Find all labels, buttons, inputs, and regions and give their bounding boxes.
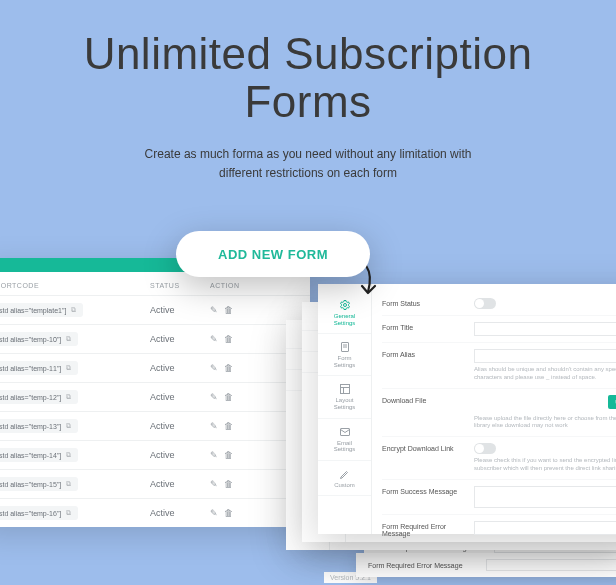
- edit-icon[interactable]: ✎: [210, 305, 218, 315]
- status-cell: Active: [150, 305, 210, 315]
- status-cell: Active: [150, 450, 210, 460]
- delete-icon[interactable]: 🗑: [224, 334, 233, 344]
- stacked-required-row-2: Form Required Error Message: [356, 553, 616, 577]
- table-row: [std alias="temp-14"]⧉Active✎🗑: [0, 440, 310, 469]
- encrypt-toggle[interactable]: [474, 443, 496, 454]
- copy-icon[interactable]: ⧉: [66, 335, 71, 343]
- sidebar-item-form[interactable]: Form Settings: [318, 334, 371, 376]
- copy-icon[interactable]: ⧉: [66, 364, 71, 372]
- table-row: [std alias="temp-13"]⧉Active✎🗑: [0, 411, 310, 440]
- sidebar-item-email[interactable]: Email Settings: [318, 419, 371, 461]
- edit-icon[interactable]: ✎: [210, 363, 218, 373]
- email-icon: [339, 426, 351, 438]
- success-msg-input[interactable]: [474, 486, 616, 508]
- form-alias-label: Form Alias: [382, 349, 464, 358]
- shortcode-pill[interactable]: [std alias="temp-13"]⧉: [0, 419, 78, 433]
- shortcode-pill[interactable]: [std alias="temp-16"]⧉: [0, 506, 78, 520]
- delete-icon[interactable]: 🗑: [224, 363, 233, 373]
- copy-icon[interactable]: ⧉: [66, 480, 71, 488]
- copy-icon[interactable]: ⧉: [66, 451, 71, 459]
- form-status-toggle[interactable]: [474, 298, 496, 309]
- form-status-label: Form Status: [382, 298, 464, 307]
- copy-icon[interactable]: ⧉: [66, 422, 71, 430]
- delete-icon[interactable]: 🗑: [224, 392, 233, 402]
- delete-icon[interactable]: 🗑: [224, 421, 233, 431]
- status-cell: Active: [150, 508, 210, 518]
- page-title: Unlimited SubscriptionForms: [0, 30, 616, 127]
- sidebar-item-general[interactable]: General Settings: [318, 292, 371, 334]
- delete-icon[interactable]: 🗑: [224, 479, 233, 489]
- shortcode-pill[interactable]: [std alias="temp-10"]⧉: [0, 332, 78, 346]
- edit-icon[interactable]: ✎: [210, 334, 218, 344]
- copy-icon[interactable]: ⧉: [66, 393, 71, 401]
- svg-point-0: [343, 304, 346, 307]
- table-row: [std alias="temp-16"]⧉Active✎🗑: [0, 498, 310, 527]
- edit-icon[interactable]: ✎: [210, 479, 218, 489]
- col-action: ACTION: [210, 282, 270, 289]
- required-msg-input[interactable]: [474, 521, 616, 535]
- status-cell: Active: [150, 334, 210, 344]
- shortcode-pill[interactable]: [std alias="temp-15"]⧉: [0, 477, 78, 491]
- forms-list-card: SHORTCODE STATUS ACTION [std alias="temp…: [0, 258, 310, 527]
- shortcode-pill[interactable]: [std alias="temp-12"]⧉: [0, 390, 78, 404]
- success-msg-label: Form Success Message: [382, 486, 464, 495]
- status-cell: Active: [150, 421, 210, 431]
- required-msg-label: Form Required Error Message: [382, 521, 464, 537]
- col-status: STATUS: [150, 282, 210, 289]
- alias-hint: Alias should be unique and shouldn't con…: [474, 366, 616, 382]
- pencil-icon: [339, 468, 351, 480]
- download-file-label: Download File: [382, 395, 464, 404]
- sidebar-item-layout[interactable]: Layout Settings: [318, 376, 371, 418]
- table-row: [std alias="temp-15"]⧉Active✎🗑: [0, 469, 310, 498]
- status-cell: Active: [150, 479, 210, 489]
- form-title-input[interactable]: [474, 322, 616, 336]
- col-shortcode: SHORTCODE: [0, 282, 150, 289]
- table-row: [std alias="temp-12"]⧉Active✎🗑: [0, 382, 310, 411]
- form-title-label: Form Title: [382, 322, 464, 331]
- form-icon: [339, 341, 351, 353]
- copy-icon[interactable]: ⧉: [66, 509, 71, 517]
- status-cell: Active: [150, 392, 210, 402]
- edit-icon[interactable]: ✎: [210, 392, 218, 402]
- settings-sidebar: General Settings Form Settings Layout Se…: [318, 284, 372, 534]
- table-row: [std alias="template1"]⧉Active✎🗑: [0, 295, 310, 324]
- edit-icon[interactable]: ✎: [210, 508, 218, 518]
- svg-rect-4: [340, 385, 349, 394]
- shortcode-pill[interactable]: [std alias="temp-11"]⧉: [0, 361, 78, 375]
- encrypt-label: Encrypt Download Link: [382, 443, 464, 452]
- form-alias-input[interactable]: [474, 349, 616, 363]
- delete-icon[interactable]: 🗑: [224, 450, 233, 460]
- delete-icon[interactable]: 🗑: [224, 508, 233, 518]
- upload-file-button[interactable]: Upload Fi: [608, 395, 616, 409]
- edit-icon[interactable]: ✎: [210, 450, 218, 460]
- copy-icon[interactable]: ⧉: [71, 306, 76, 314]
- sidebar-item-custom[interactable]: Custom: [318, 461, 371, 497]
- edit-icon[interactable]: ✎: [210, 421, 218, 431]
- shortcode-pill[interactable]: [std alias="template1"]⧉: [0, 303, 83, 317]
- page-subtitle: Create as much forma as you need without…: [0, 145, 616, 183]
- status-cell: Active: [150, 363, 210, 373]
- download-hint: Please upload the file directly here or …: [474, 415, 616, 431]
- form-detail-card: General Settings Form Settings Layout Se…: [318, 284, 616, 534]
- delete-icon[interactable]: 🗑: [224, 305, 233, 315]
- gear-icon: [339, 299, 351, 311]
- table-row: [std alias="temp-10"]⧉Active✎🗑: [0, 324, 310, 353]
- layout-icon: [339, 383, 351, 395]
- encrypt-hint: Please check this if you want to send th…: [474, 457, 616, 473]
- shortcode-pill[interactable]: [std alias="temp-14"]⧉: [0, 448, 78, 462]
- form-settings-content: Form Status Form Title Form Alias Alias …: [372, 284, 616, 534]
- add-new-form-button[interactable]: ADD NEW FORM: [176, 231, 370, 277]
- table-row: [std alias="temp-11"]⧉Active✎🗑: [0, 353, 310, 382]
